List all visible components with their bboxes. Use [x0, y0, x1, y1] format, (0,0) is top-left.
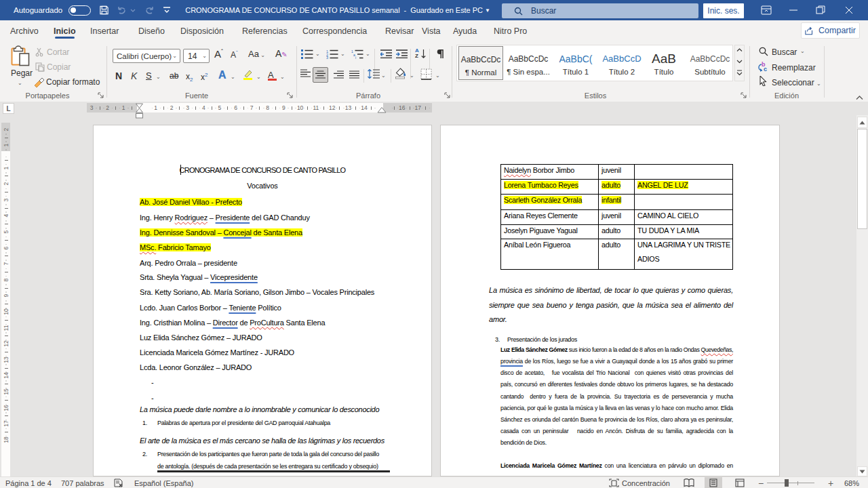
svg-text:3: 3 — [326, 56, 328, 59]
svg-text:c: c — [764, 66, 767, 72]
svg-text:i: i — [355, 56, 356, 59]
